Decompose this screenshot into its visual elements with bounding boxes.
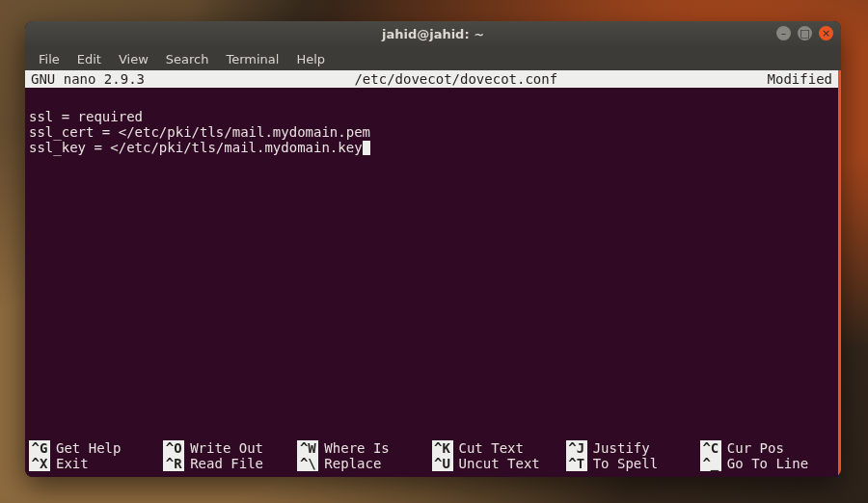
menubar: File Edit View Search Terminal Help <box>25 47 841 70</box>
shortcut-go-to-line[interactable]: ^_Go To Line <box>700 456 834 471</box>
nano-shortcuts-row1: ^GGet Help ^OWrite Out ^WWhere Is ^KCut … <box>29 440 834 456</box>
shortcut-label: Where Is <box>324 440 389 456</box>
shortcut-label: Replace <box>324 456 381 471</box>
window-controls: – □ × <box>776 26 833 40</box>
close-button[interactable]: × <box>819 26 833 40</box>
nano-status-bar: GNU nano 2.9.3 /etc/dovecot/dovecot.conf… <box>25 70 838 88</box>
key-icon: ^\ <box>297 456 318 471</box>
shortcut-uncut-text[interactable]: ^UUncut Text <box>432 456 566 471</box>
menu-terminal[interactable]: Terminal <box>218 50 286 68</box>
minimize-button[interactable]: – <box>776 26 791 40</box>
nano-version: GNU nano 2.9.3 <box>31 71 145 87</box>
shortcut-label: Write Out <box>190 440 263 456</box>
text-cursor <box>363 141 370 155</box>
key-icon: ^R <box>163 456 184 471</box>
terminal-body[interactable]: GNU nano 2.9.3 /etc/dovecot/dovecot.conf… <box>25 70 841 477</box>
window-titlebar[interactable]: jahid@jahid: ~ – □ × <box>25 21 841 47</box>
key-icon: ^C <box>700 440 721 456</box>
menu-help[interactable]: Help <box>288 50 333 68</box>
menu-file[interactable]: File <box>31 50 68 68</box>
key-icon: ^T <box>566 456 587 471</box>
shortcut-get-help[interactable]: ^GGet Help <box>29 440 163 456</box>
window-title: jahid@jahid: ~ <box>33 27 833 41</box>
terminal-window: jahid@jahid: ~ – □ × File Edit View Sear… <box>25 21 841 477</box>
shortcut-where-is[interactable]: ^WWhere Is <box>297 440 431 456</box>
key-icon: ^U <box>432 456 453 471</box>
shortcut-exit[interactable]: ^XExit <box>29 456 163 471</box>
menu-search[interactable]: Search <box>158 50 217 68</box>
nano-modified: Modified <box>768 71 832 87</box>
nano-shortcuts-row2: ^XExit ^RRead File ^\Replace ^UUncut Tex… <box>29 456 834 471</box>
key-icon: ^_ <box>700 456 721 471</box>
key-icon: ^K <box>432 440 453 456</box>
key-icon: ^J <box>566 440 587 456</box>
shortcut-label: Justify <box>593 440 650 456</box>
shortcut-cut-text[interactable]: ^KCut Text <box>432 440 566 456</box>
shortcut-label: Exit <box>56 456 89 471</box>
shortcut-label: To Spell <box>593 456 658 471</box>
maximize-button[interactable]: □ <box>798 26 812 40</box>
shortcut-label: Cur Pos <box>727 440 784 456</box>
editor-line: ssl_cert = </etc/pki/tls/mail.mydomain.p… <box>29 124 370 140</box>
shortcut-label: Get Help <box>56 440 121 456</box>
shortcut-label: Uncut Text <box>459 456 540 471</box>
nano-file-path: /etc/dovecot/dovecot.conf <box>145 71 768 87</box>
shortcut-label: Cut Text <box>459 440 524 456</box>
shortcut-justify[interactable]: ^JJustify <box>566 440 700 456</box>
editor-line: ssl = required <box>29 109 143 124</box>
shortcut-cur-pos[interactable]: ^CCur Pos <box>700 440 834 456</box>
key-icon: ^X <box>29 456 50 471</box>
shortcut-write-out[interactable]: ^OWrite Out <box>163 440 297 456</box>
shortcut-replace[interactable]: ^\Replace <box>297 456 431 471</box>
shortcut-read-file[interactable]: ^RRead File <box>163 456 297 471</box>
shortcut-to-spell[interactable]: ^TTo Spell <box>566 456 700 471</box>
menu-view[interactable]: View <box>111 50 156 68</box>
nano-shortcuts: ^GGet Help ^OWrite Out ^WWhere Is ^KCut … <box>25 438 838 477</box>
shortcut-label: Go To Line <box>727 456 808 471</box>
key-icon: ^O <box>163 440 184 456</box>
menu-edit[interactable]: Edit <box>69 50 109 68</box>
key-icon: ^G <box>29 440 50 456</box>
nano-editor-area[interactable]: ssl = required ssl_cert = </etc/pki/tls/… <box>25 88 838 438</box>
shortcut-label: Read File <box>190 456 263 471</box>
key-icon: ^W <box>297 440 318 456</box>
editor-line: ssl_key = </etc/pki/tls/mail.mydomain.ke… <box>29 140 363 155</box>
